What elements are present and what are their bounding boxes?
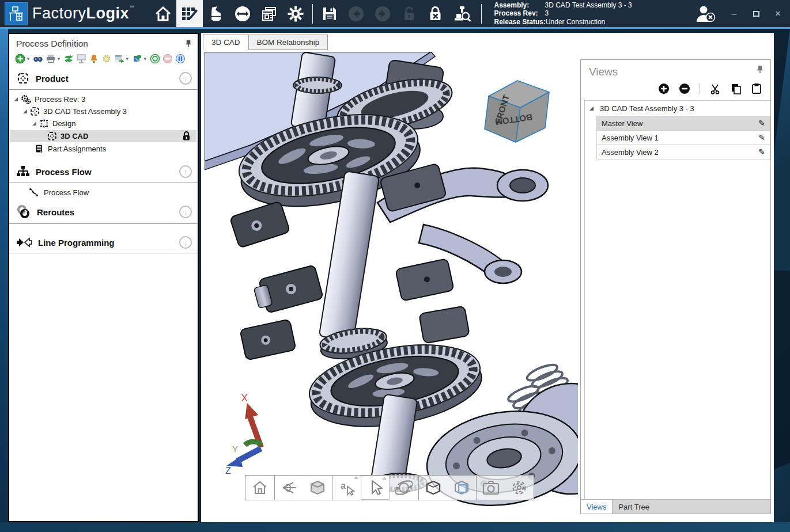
section-product[interactable]: Product ↑ [9, 67, 198, 88]
reroutes-chain-icon [16, 204, 31, 219]
isometric-button[interactable] [418, 476, 447, 500]
pin-icon[interactable] [185, 40, 192, 48]
section-process-flow[interactable]: Process Flow ↑ [9, 161, 198, 181]
expand-down-icon[interactable]: ↓ [179, 206, 192, 218]
expander-icon[interactable] [23, 109, 27, 113]
add-button[interactable]: ▼ [15, 54, 31, 64]
select-tool-button[interactable] [361, 476, 390, 500]
annotation-button[interactable]: a [332, 476, 361, 500]
dropdown-caret: ▼ [125, 56, 130, 62]
orbit-button[interactable] [390, 476, 418, 500]
tree-item-label: Part Assignments [48, 145, 106, 153]
notify-button[interactable] [89, 54, 99, 64]
database-import-icon [207, 5, 225, 22]
transfer-button[interactable] [229, 0, 256, 27]
edit-pencil-icon[interactable]: ✎ [758, 119, 765, 128]
viewport-settings-button[interactable] [505, 476, 534, 500]
view-row-master[interactable]: Master View ✎ [596, 116, 770, 131]
toolbar-separator [312, 4, 313, 24]
process-definition-button[interactable] [176, 0, 203, 27]
edit-pencil-icon[interactable]: ✎ [758, 147, 765, 157]
tab-3d-cad[interactable]: 3D CAD [203, 35, 249, 50]
shaded-view-button[interactable] [303, 476, 332, 500]
views-root-node[interactable]: 3D CAD Test Assembly 3 - 3 [585, 101, 770, 116]
dropdown-flag [354, 476, 358, 479]
undo-button[interactable] [343, 0, 369, 27]
remove-view-button[interactable] [679, 83, 690, 94]
user-logout-icon[interactable] [694, 5, 717, 23]
assembly-search-button[interactable] [449, 0, 475, 27]
view-orientation-button[interactable] [274, 476, 303, 500]
home-icon [154, 5, 172, 22]
tree-item-process-rev[interactable]: Process Rev: 3 [9, 93, 198, 105]
database-tool-button[interactable]: ▼ [132, 54, 148, 64]
tree-item-label: Process Flow [44, 188, 89, 197]
title-bar: FactoryLogix™ [0, 0, 790, 27]
close-button[interactable]: × [773, 9, 783, 19]
desk-logo-icon [7, 5, 25, 22]
expand-down-icon[interactable]: ↓ [179, 236, 192, 249]
tree-item-design[interactable]: Design [9, 117, 198, 130]
section-view-button[interactable] [447, 476, 476, 500]
process-flow-icon [16, 165, 30, 178]
config-button[interactable] [101, 54, 112, 64]
orientation-cube[interactable]: FRONT BOTTOM [479, 75, 555, 145]
tree-item-3d-cad[interactable]: 3D CAD [10, 130, 196, 142]
tree-item-part-assignments[interactable]: Part Assignments [9, 143, 198, 155]
line-programming-icon [16, 237, 32, 248]
panel-title: Process Definition [16, 39, 88, 49]
gears-icon [21, 94, 31, 105]
pause-button[interactable] [175, 54, 186, 64]
section-label: Reroutes [37, 207, 179, 217]
select-cursor-icon [368, 480, 383, 496]
add-view-button[interactable] [658, 83, 670, 94]
view-home-icon [252, 480, 268, 496]
paste-button[interactable] [751, 83, 762, 94]
expander-icon[interactable] [14, 97, 18, 101]
view-row-assembly-1[interactable]: Assembly View 1 ✎ [596, 131, 770, 145]
tab-bom-relationship[interactable]: BOM Relationship [249, 35, 328, 50]
tree-item-assembly[interactable]: 3D CAD Test Assembly 3 [9, 105, 198, 117]
documents-button[interactable] [256, 0, 282, 27]
redo-button[interactable] [369, 0, 396, 27]
import-button[interactable] [203, 0, 229, 27]
home-button[interactable] [150, 0, 176, 27]
view-row-assembly-2[interactable]: Assembly View 2 ✎ [596, 145, 770, 159]
unlock-button[interactable] [396, 0, 422, 27]
process-definition-toolbar: ▼ ▼ ▼ ▼ [9, 50, 198, 67]
stop-button[interactable] [162, 54, 173, 64]
settings-button[interactable] [282, 0, 309, 27]
print-button[interactable]: ▼ [46, 54, 61, 64]
tab-part-tree[interactable]: Part Tree [613, 500, 655, 514]
export-button[interactable]: ▼ [114, 54, 130, 64]
pin-icon[interactable] [757, 66, 763, 74]
viewport-gear-icon [511, 479, 528, 496]
maximize-button[interactable] [751, 9, 761, 19]
snapshot-button[interactable] [476, 476, 505, 500]
section-reroutes[interactable]: Reroutes ↓ [9, 200, 198, 222]
collapse-up-icon[interactable]: ↑ [179, 72, 192, 85]
lock-cancel-button[interactable] [422, 0, 449, 27]
box-3d-icon [425, 480, 441, 496]
toolbar-separator [700, 83, 700, 94]
cut-button[interactable] [709, 83, 721, 94]
tree-item-process-flow[interactable]: Process Flow [9, 185, 198, 199]
sync-button[interactable] [63, 54, 74, 64]
find-button[interactable] [33, 54, 43, 64]
edit-pencil-icon[interactable]: ✎ [758, 133, 765, 142]
refresh-button[interactable] [150, 54, 160, 64]
expander-icon[interactable] [32, 121, 36, 126]
view-home-button[interactable] [245, 476, 274, 500]
expander-icon[interactable] [589, 107, 594, 111]
minimize-button[interactable]: – [729, 9, 739, 19]
product-cube-icon [16, 71, 30, 85]
copy-button[interactable] [730, 83, 742, 94]
section-line-programming[interactable]: Line Programming ↓ [9, 232, 198, 252]
save-button[interactable] [316, 0, 343, 27]
presentation-button[interactable] [76, 54, 86, 64]
unlock-icon [401, 6, 417, 22]
collapse-up-icon[interactable]: ↑ [179, 165, 192, 178]
cad-viewport[interactable]: FRONT BOTTOM X Y Z [205, 52, 578, 519]
forward-circle-icon [374, 5, 391, 22]
tab-views[interactable]: Views [581, 500, 613, 514]
